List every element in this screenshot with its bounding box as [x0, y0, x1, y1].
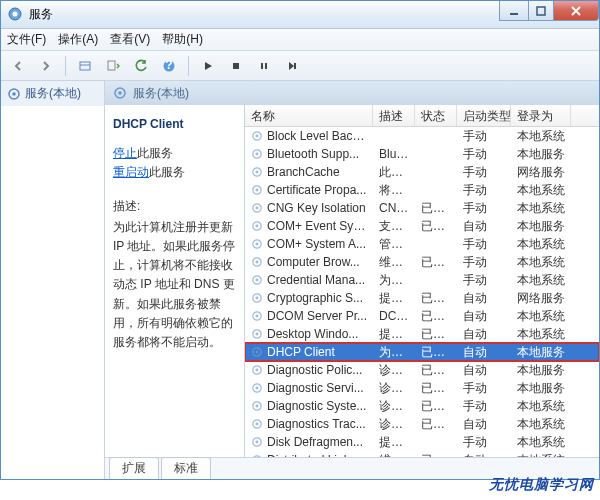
close-button[interactable]: [553, 1, 599, 21]
help-button[interactable]: ?: [158, 55, 180, 77]
svg-point-28: [256, 207, 259, 210]
cell-desc: [373, 135, 415, 137]
toolbar: ?: [1, 51, 599, 81]
cell-status: [415, 441, 457, 443]
stop-service-button[interactable]: [225, 55, 247, 77]
table-row[interactable]: Disk Defragmen...提供...手动本地系统: [245, 433, 599, 451]
tab-standard[interactable]: 标准: [161, 457, 211, 479]
col-name[interactable]: 名称: [245, 105, 373, 126]
services-window: 服务 文件(F) 操作(A) 查看(V) 帮助(H) ? 服务(本地): [0, 0, 600, 480]
table-row[interactable]: DHCP Client为此...已启动自动本地服务: [245, 343, 599, 361]
maximize-button[interactable]: [528, 1, 554, 21]
gear-icon: [251, 292, 263, 304]
cell-desc: CNG...: [373, 200, 415, 216]
table-row[interactable]: Computer Brow...维护...已启动手动本地系统: [245, 253, 599, 271]
tree-panel: 服务(本地): [1, 81, 105, 479]
menu-view[interactable]: 查看(V): [110, 31, 150, 48]
table-row[interactable]: Diagnostic Polic...诊断...已启动自动本地服务: [245, 361, 599, 379]
table-row[interactable]: Diagnostic Servi...诊断...已启动手动本地服务: [245, 379, 599, 397]
menu-file[interactable]: 文件(F): [7, 31, 46, 48]
table-row[interactable]: DCOM Server Pr...DCO...已启动自动本地系统: [245, 307, 599, 325]
cell-status: [415, 279, 457, 281]
cell-logon: 本地系统: [511, 307, 571, 326]
cell-startup: 手动: [457, 181, 511, 200]
svg-rect-3: [537, 7, 545, 15]
col-status[interactable]: 状态: [415, 105, 457, 126]
refresh-button[interactable]: [130, 55, 152, 77]
col-desc[interactable]: 描述: [373, 105, 415, 126]
cell-logon: 本地系统: [511, 415, 571, 434]
cell-status: 已启动: [415, 379, 457, 398]
svg-point-1: [13, 12, 18, 17]
restart-service-link[interactable]: 重启动: [113, 165, 149, 179]
cell-name: Cryptographic S...: [245, 290, 373, 306]
cell-status: 已启动: [415, 325, 457, 344]
pause-service-button[interactable]: [253, 55, 275, 77]
cell-logon: 本地服务: [511, 379, 571, 398]
table-row[interactable]: COM+ System A...管理...手动本地系统: [245, 235, 599, 253]
cell-startup: 手动: [457, 379, 511, 398]
table-row[interactable]: COM+ Event Sys...支持...已启动自动本地服务: [245, 217, 599, 235]
svg-point-24: [256, 171, 259, 174]
start-service-button[interactable]: [197, 55, 219, 77]
svg-point-20: [256, 135, 259, 138]
menu-action[interactable]: 操作(A): [58, 31, 98, 48]
detail-panel: DHCP Client 停止此服务 重启动此服务 描述: 为此计算机注册并更新 …: [105, 105, 245, 457]
svg-point-54: [256, 441, 259, 444]
gear-icon: [251, 256, 263, 268]
tab-extended[interactable]: 扩展: [109, 457, 159, 479]
titlebar[interactable]: 服务: [1, 1, 599, 29]
col-startup[interactable]: 启动类型: [457, 105, 511, 126]
table-row[interactable]: Desktop Windo...提供...已启动自动本地系统: [245, 325, 599, 343]
export-button[interactable]: [102, 55, 124, 77]
cell-logon: 本地系统: [511, 325, 571, 344]
back-button[interactable]: [7, 55, 29, 77]
gear-icon: [251, 400, 263, 412]
forward-button[interactable]: [35, 55, 57, 77]
table-row[interactable]: Certificate Propa...将用...手动本地系统: [245, 181, 599, 199]
cell-startup: 手动: [457, 127, 511, 146]
tree-root-services[interactable]: 服务(本地): [1, 81, 104, 106]
cell-name: CNG Key Isolation: [245, 200, 373, 216]
cell-name: Block Level Back...: [245, 128, 373, 144]
cell-name: COM+ Event Sys...: [245, 218, 373, 234]
cell-status: 已启动: [415, 199, 457, 218]
table-row[interactable]: Credential Mana...为用...手动本地系统: [245, 271, 599, 289]
table-row[interactable]: CNG Key IsolationCNG...已启动手动本地系统: [245, 199, 599, 217]
table-row[interactable]: BranchCache此服...手动网络服务: [245, 163, 599, 181]
toolbar-separator: [65, 56, 66, 76]
cell-name: Diagnostic Servi...: [245, 380, 373, 396]
table-row[interactable]: Diagnostic Syste...诊断...已启动手动本地系统: [245, 397, 599, 415]
table-row[interactable]: Bluetooth Supp...Blue...手动本地服务: [245, 145, 599, 163]
svg-point-18: [118, 91, 122, 95]
cell-status: 已启动: [415, 253, 457, 272]
services-grid: 名称 描述 状态 启动类型 登录为 Block Level Back...手动本…: [245, 105, 599, 457]
cell-startup: 手动: [457, 163, 511, 182]
cell-status: [415, 171, 457, 173]
grid-body[interactable]: Block Level Back...手动本地系统Bluetooth Supp.…: [245, 127, 599, 457]
cell-logon: 本地服务: [511, 361, 571, 380]
svg-point-26: [256, 189, 259, 192]
minimize-button[interactable]: [499, 1, 529, 21]
cell-name: Bluetooth Supp...: [245, 146, 373, 162]
menu-help[interactable]: 帮助(H): [162, 31, 203, 48]
gear-icon: [251, 436, 263, 448]
show-hide-button[interactable]: [74, 55, 96, 77]
gear-icon: [251, 454, 263, 457]
restart-service-button[interactable]: [281, 55, 303, 77]
svg-point-30: [256, 225, 259, 228]
col-logon[interactable]: 登录为: [511, 105, 571, 126]
svg-point-55: [253, 456, 261, 457]
svg-point-40: [256, 315, 259, 318]
table-row[interactable]: Diagnostics Trac...诊断...已启动自动本地系统: [245, 415, 599, 433]
toolbar-separator: [188, 56, 189, 76]
cell-status: 已启动: [415, 415, 457, 434]
stop-service-link[interactable]: 停止: [113, 146, 137, 160]
cell-startup: 手动: [457, 235, 511, 254]
svg-point-46: [256, 369, 259, 372]
table-row[interactable]: Block Level Back...手动本地系统: [245, 127, 599, 145]
cell-logon: 网络服务: [511, 163, 571, 182]
table-row[interactable]: Cryptographic S...提供...已启动自动网络服务: [245, 289, 599, 307]
cell-desc: 提供...: [373, 289, 415, 308]
watermark: 无忧电脑学习网: [489, 476, 594, 494]
